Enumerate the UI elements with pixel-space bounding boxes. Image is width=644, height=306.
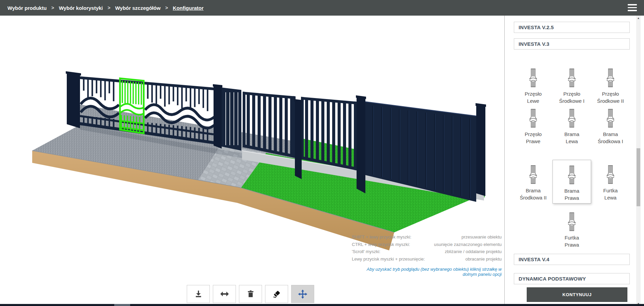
- configurator-3d-viewport[interactable]: SHIFT + lewy przycisk myszki:przesuwanie…: [0, 16, 504, 306]
- section-header-dynamica[interactable]: DYNAMICA PODSTAWOWY: [514, 273, 630, 284]
- breadcrumb-separator: >: [161, 5, 172, 11]
- breadcrumb-item-details[interactable]: Wybór szczegółów: [115, 4, 161, 12]
- scroll-up-icon[interactable]: ▲: [636, 16, 641, 20]
- breadcrumb-item-product[interactable]: Wybór produktu: [7, 4, 47, 12]
- element-name: Brama: [564, 131, 579, 138]
- element-name: Przęsło: [525, 131, 542, 138]
- horizontal-scrollbar-thumb[interactable]: [114, 304, 130, 306]
- element-variant: Środkowe II: [597, 97, 624, 104]
- breadcrumb-item-configurator[interactable]: Konfigurator: [172, 4, 204, 12]
- continue-button[interactable]: KONTYNUUJ: [527, 287, 627, 302]
- element-name: Przęsło: [597, 90, 624, 97]
- element-brama-srodkowa-2[interactable]: BramaŚrodkowa II: [514, 160, 552, 204]
- element-name: Brama: [564, 187, 579, 194]
- fence-element-icon: [527, 165, 539, 185]
- breadcrumb: Wybór produktu > Wybór kolorystyki > Wyb…: [0, 0, 644, 16]
- element-przeslo-lewe[interactable]: PrzęsłoLewe: [514, 68, 552, 104]
- element-name: Przęsło: [525, 90, 542, 97]
- fence-element-icon: [566, 68, 578, 88]
- element-grid: PrzęsłoLewe PrzęsłoŚrodkowe I PrzęsłoŚro…: [514, 68, 630, 248]
- fence-element-icon: [566, 165, 578, 185]
- help-key: SHIFT + lewy przycisk myszki:: [352, 233, 411, 241]
- breadcrumb-item-colors[interactable]: Wybór kolorystyki: [58, 4, 104, 12]
- help-action: przesuwanie obiektu: [461, 233, 502, 241]
- element-brama-lewa[interactable]: BramaLewa: [552, 108, 591, 145]
- resize-horizontal-icon: [220, 289, 229, 299]
- mouse-controls-help: SHIFT + lewy przycisk myszki:przesuwanie…: [352, 233, 502, 277]
- fence-element-icon: [566, 212, 578, 232]
- element-brama-prawa-selected[interactable]: BramaPrawa: [552, 160, 591, 204]
- section-header-investa-v4[interactable]: INVESTA V.4: [514, 254, 630, 265]
- element-variant: Środkowa I: [598, 138, 623, 145]
- element-variant: Prawa: [565, 241, 579, 248]
- download-button[interactable]: [187, 285, 210, 303]
- delete-button[interactable]: [239, 285, 262, 303]
- hamburger-icon[interactable]: [628, 4, 637, 11]
- eraser-button[interactable]: [265, 285, 288, 303]
- resize-width-button[interactable]: [213, 285, 236, 303]
- breadcrumb-separator: >: [47, 5, 58, 11]
- section-header-investa-v3[interactable]: INVESTA V.3: [514, 38, 630, 50]
- help-key: 'Scroll' myszki:: [352, 248, 380, 255]
- viewport-toolbar: [187, 285, 314, 303]
- element-picker-sidebar: INVESTA V.2.5 INVESTA V.3 PrzęsłoLewe Pr…: [504, 16, 644, 306]
- element-name: Brama: [520, 187, 546, 194]
- preview-mode-hint: Aby uzyskać tryb podglądu (bez wybranego…: [352, 267, 502, 277]
- move-icon: [298, 289, 307, 299]
- fence-element-icon: [527, 108, 539, 129]
- move-button[interactable]: [291, 285, 314, 303]
- breadcrumb-separator: >: [104, 5, 115, 11]
- element-variant: Lewa: [603, 194, 618, 201]
- element-name: Brama: [598, 131, 623, 138]
- help-action: zbliżanie / oddalanie projektu: [445, 248, 502, 255]
- element-przeslo-srodkowe-1[interactable]: PrzęsłoŚrodkowe I: [552, 68, 591, 104]
- element-variant: Prawa: [564, 194, 579, 202]
- help-action: usunięcie zaznaczonego elementu: [434, 241, 502, 248]
- element-przeslo-prawe[interactable]: PrzęsłoPrawe: [514, 108, 552, 145]
- element-name: Przęsło: [559, 90, 584, 97]
- help-key: CTRL + lewy przycisk myszki:: [352, 241, 410, 248]
- fence-element-icon: [605, 165, 616, 185]
- element-variant: Środkowe I: [559, 97, 584, 104]
- fence-element-icon: [605, 108, 616, 129]
- fence-element-icon: [527, 68, 539, 88]
- element-name: Furtka: [565, 234, 579, 241]
- element-furtka-lewa[interactable]: FurtkaLewa: [591, 160, 630, 204]
- element-variant: Lewa: [564, 138, 579, 145]
- element-brama-srodkowa-1[interactable]: BramaŚrodkowa I: [591, 108, 630, 145]
- eraser-icon: [272, 289, 281, 299]
- scrollbar-thumb[interactable]: [637, 148, 640, 206]
- fence-element-icon: [605, 68, 616, 88]
- element-variant: Lewe: [525, 97, 542, 104]
- element-name: Furtka: [603, 187, 618, 194]
- element-variant: Środkowa II: [520, 194, 546, 201]
- trash-icon: [246, 289, 255, 299]
- help-action: obracanie projektu: [465, 255, 502, 263]
- bottom-edge-bar: [0, 304, 644, 306]
- help-key: Lewy przycisk myszki + przesunięcie:: [352, 255, 425, 263]
- download-icon: [194, 289, 203, 299]
- element-furtka-prawa[interactable]: FurtkaPrawa: [552, 212, 591, 248]
- sidebar-scrollbar[interactable]: ▲ ▼: [636, 16, 641, 306]
- element-przeslo-srodkowe-2[interactable]: PrzęsłoŚrodkowe II: [591, 68, 630, 104]
- fence-element-icon: [566, 108, 578, 129]
- section-header-investa-v25[interactable]: INVESTA V.2.5: [514, 22, 630, 33]
- element-variant: Prawe: [525, 138, 542, 145]
